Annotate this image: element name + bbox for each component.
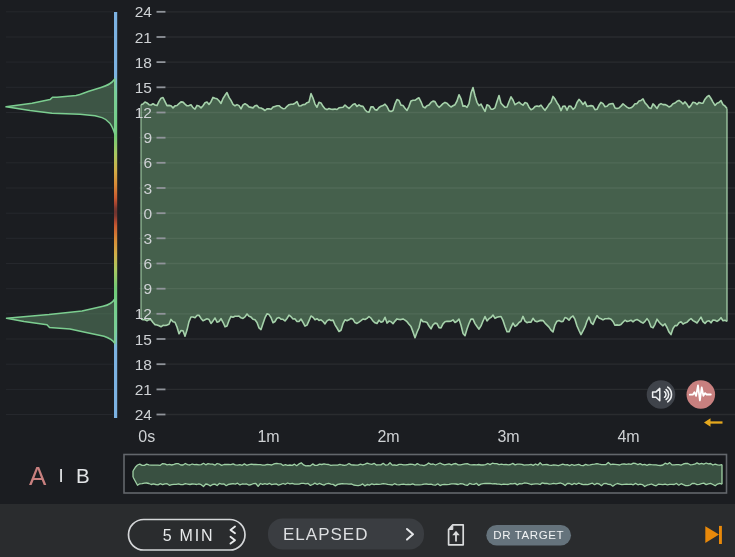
- svg-text:5 MIN: 5 MIN: [163, 527, 215, 544]
- svg-text:21: 21: [135, 29, 152, 46]
- svg-text:3m: 3m: [497, 428, 519, 445]
- svg-text:3: 3: [143, 180, 152, 197]
- svg-text:24: 24: [135, 3, 153, 20]
- svg-text:ELAPSED: ELAPSED: [283, 525, 368, 544]
- svg-text:DR TARGET: DR TARGET: [493, 529, 564, 541]
- svg-text:0: 0: [143, 205, 152, 222]
- svg-text:A: A: [29, 461, 47, 491]
- svg-text:9: 9: [143, 280, 152, 297]
- svg-text:15: 15: [135, 79, 152, 96]
- svg-text:B: B: [76, 464, 90, 487]
- svg-text:24: 24: [135, 406, 153, 423]
- svg-text:15: 15: [135, 331, 152, 348]
- svg-text:18: 18: [135, 356, 152, 373]
- svg-text:12: 12: [135, 104, 152, 121]
- svg-text:6: 6: [143, 154, 152, 171]
- svg-text:9: 9: [143, 129, 152, 146]
- svg-text:I: I: [59, 465, 64, 486]
- svg-text:3: 3: [143, 230, 152, 247]
- svg-text:6: 6: [143, 255, 152, 272]
- svg-text:1m: 1m: [257, 428, 279, 445]
- svg-text:18: 18: [135, 54, 152, 71]
- svg-text:0s: 0s: [138, 428, 155, 445]
- svg-text:4m: 4m: [617, 428, 639, 445]
- svg-text:21: 21: [135, 381, 152, 398]
- svg-text:12: 12: [135, 305, 152, 322]
- svg-text:2m: 2m: [377, 428, 399, 445]
